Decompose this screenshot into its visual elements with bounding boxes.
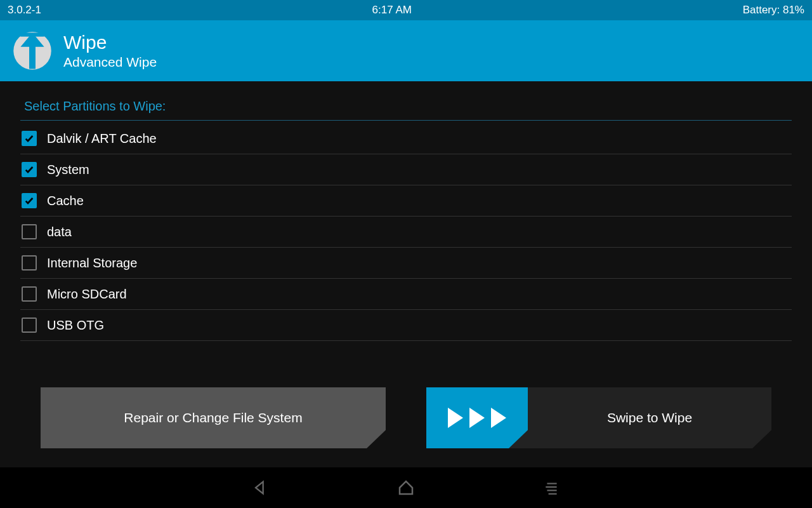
checkbox[interactable] (22, 255, 37, 271)
swipe-label: Swipe to Wipe (528, 387, 771, 448)
navigation-bar (0, 467, 812, 508)
partition-row[interactable]: Micro SDCard (20, 279, 792, 310)
battery-label: Battery: 81% (743, 4, 804, 17)
swipe-to-wipe-slider[interactable]: Swipe to Wipe (426, 387, 771, 448)
status-bar: 3.0.2-1 6:17 AM Battery: 81% (0, 0, 812, 20)
check-icon (24, 164, 34, 175)
partition-row[interactable]: Internal Storage (20, 248, 792, 279)
partition-label: System (47, 163, 89, 177)
partition-row[interactable]: Cache (20, 185, 792, 217)
chevron-right-icon (448, 408, 463, 428)
checkbox[interactable] (22, 131, 37, 146)
menu-icon[interactable] (542, 478, 561, 497)
partition-label: data (47, 225, 72, 239)
chevron-right-icon (469, 408, 485, 428)
section-label: Select Partitions to Wipe: (20, 99, 792, 120)
section-divider (20, 120, 792, 121)
checkbox[interactable] (22, 162, 37, 177)
clock-label: 6:17 AM (372, 4, 412, 17)
checkbox[interactable] (22, 318, 37, 333)
home-icon[interactable] (396, 478, 416, 497)
page-subtitle: Advanced Wipe (63, 55, 157, 70)
chevron-right-icon (491, 408, 506, 428)
page-title: Wipe (63, 32, 157, 53)
main-content: Select Partitions to Wipe: Dalvik / ART … (0, 81, 812, 467)
twrp-logo-icon (13, 31, 52, 70)
checkbox[interactable] (22, 286, 37, 302)
partition-label: Micro SDCard (47, 287, 127, 302)
check-icon (24, 133, 34, 144)
svg-rect-1 (20, 32, 44, 36)
back-icon[interactable] (251, 478, 270, 497)
partition-row[interactable]: USB OTG (20, 310, 792, 341)
partition-row[interactable]: data (20, 217, 792, 248)
repair-button-label: Repair or Change File System (124, 410, 302, 425)
partition-label: USB OTG (47, 318, 104, 333)
repair-filesystem-button[interactable]: Repair or Change File System (41, 387, 386, 448)
checkbox[interactable] (22, 224, 37, 239)
partition-row[interactable]: Dalvik / ART Cache (20, 123, 792, 154)
swipe-handle[interactable] (426, 387, 528, 448)
action-buttons-row: Repair or Change File System Swipe to Wi… (41, 387, 771, 448)
check-icon (24, 196, 34, 206)
partition-label: Dalvik / ART Cache (47, 131, 157, 146)
page-header: Wipe Advanced Wipe (0, 20, 812, 81)
partition-label: Internal Storage (47, 256, 137, 271)
partition-list: Dalvik / ART CacheSystemCachedataInterna… (20, 123, 792, 341)
version-label: 3.0.2-1 (8, 4, 41, 17)
checkbox[interactable] (22, 193, 37, 208)
partition-label: Cache (47, 194, 84, 208)
partition-row[interactable]: System (20, 154, 792, 185)
